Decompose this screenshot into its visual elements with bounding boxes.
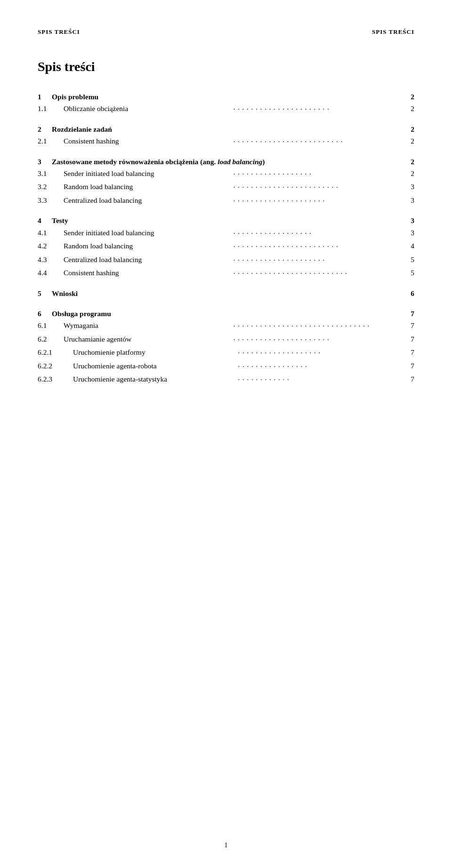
- section-6-2-page: 7: [403, 334, 414, 344]
- page-number: 1: [225, 842, 228, 849]
- toc-chapter-4: 4 Testy 3 4.1 Sender initiated load bala…: [38, 215, 414, 278]
- toc-entry-6-2-2: 6.2.2 Uruchomienie agenta-robota . . . .…: [38, 360, 414, 372]
- section-3-2-dots: . . . . . . . . . . . . . . . . . . . . …: [234, 180, 402, 191]
- section-3-1-number: 3.1: [38, 168, 64, 179]
- section-6-2-2-number: 6.2.2: [38, 360, 73, 371]
- section-6-1-number: 6.1: [38, 320, 64, 331]
- toc-entry-6-2-1: 6.2.1 Uruchomienie platformy . . . . . .…: [38, 347, 414, 358]
- section-3-3-number: 3.3: [38, 195, 64, 206]
- toc-entry-6-2: 6.2 Uruchamianie agentów . . . . . . . .…: [38, 334, 414, 345]
- section-3-1-page: 2: [403, 168, 414, 179]
- toc-entry-6-1: 6.1 Wymagania . . . . . . . . . . . . . …: [38, 320, 414, 331]
- toc-chapter-3: 3 Zastosowane metody równoważenia obciąż…: [38, 156, 414, 206]
- section-4-1-page: 3: [403, 227, 414, 238]
- section-6-2-3-dots: . . . . . . . . . . . .: [238, 373, 402, 383]
- section-2-1-dots: . . . . . . . . . . . . . . . . . . . . …: [234, 135, 402, 145]
- section-3-3-page: 3: [403, 195, 414, 206]
- chapter-3-label: Zastosowane metody równoważenia obciążen…: [52, 156, 403, 167]
- section-3-1-dots: . . . . . . . . . . . . . . . . . .: [234, 167, 402, 178]
- section-6-1-page: 7: [403, 320, 414, 331]
- section-3-3-label: Centralized load balancing: [64, 195, 232, 206]
- section-6-2-label: Uruchamianie agentów: [64, 334, 232, 344]
- section-3-2-page: 3: [403, 181, 414, 192]
- section-2-1-number: 2.1: [38, 135, 64, 146]
- toc-entry-3-2: 3.2 Random load balancing . . . . . . . …: [38, 181, 414, 192]
- page-footer: 1: [0, 842, 452, 849]
- section-3-2-number: 3.2: [38, 181, 64, 192]
- toc-entry-4-2: 4.2 Random load balancing . . . . . . . …: [38, 240, 414, 252]
- toc-entry-2-1: 2.1 Consistent hashing . . . . . . . . .…: [38, 135, 414, 147]
- section-4-4-page: 5: [403, 267, 414, 278]
- chapter-6-entry: 6 Obsługa programu 7: [38, 308, 414, 319]
- section-4-1-label: Sender initiated load balancing: [64, 227, 232, 238]
- chapter-5-entry: 5 Wnioski 6: [38, 288, 414, 299]
- section-3-2-label: Random load balancing: [64, 181, 232, 192]
- page-header: SPIS TREŚCI SPIS TREŚCI: [38, 28, 414, 36]
- chapter-3-page: 2: [403, 156, 414, 167]
- header-right: SPIS TREŚCI: [372, 28, 414, 36]
- section-6-2-2-label: Uruchomienie agenta-robota: [73, 360, 236, 371]
- section-6-2-1-page: 7: [403, 347, 414, 358]
- chapter-4-entry: 4 Testy 3: [38, 215, 414, 226]
- chapter-6-label: Obsługa programu: [52, 308, 403, 319]
- section-4-4-number: 4.4: [38, 267, 64, 278]
- section-4-1-number: 4.1: [38, 227, 64, 238]
- section-2-1-page: 2: [403, 135, 414, 146]
- section-6-2-3-label: Uruchomienie agenta-statystyka: [73, 374, 236, 384]
- chapter-2-label: Rozdzielanie zadań: [52, 124, 403, 135]
- chapter-6-page: 7: [403, 308, 414, 319]
- section-4-3-number: 4.3: [38, 254, 64, 265]
- chapter-5-label: Wnioski: [52, 288, 403, 299]
- chapter-3-entry: 3 Zastosowane metody równoważenia obciąż…: [38, 156, 414, 167]
- toc-entry-4-4: 4.4 Consistent hashing . . . . . . . . .…: [38, 267, 414, 279]
- section-6-2-1-label: Uruchomienie platformy: [73, 347, 236, 358]
- section-1-1-label: Obliczanie obciążenia: [64, 103, 232, 114]
- section-4-2-page: 4: [403, 240, 414, 251]
- toc-chapter-6: 6 Obsługa programu 7 6.1 Wymagania . . .…: [38, 308, 414, 385]
- section-6-2-dots: . . . . . . . . . . . . . . . . . . . . …: [234, 333, 402, 343]
- section-4-4-label: Consistent hashing: [64, 267, 232, 278]
- section-6-2-3-number: 6.2.3: [38, 374, 73, 384]
- section-4-2-dots: . . . . . . . . . . . . . . . . . . . . …: [234, 239, 402, 250]
- toc-chapter-2: 2 Rozdzielanie zadań 2 2.1 Consistent ha…: [38, 124, 414, 147]
- section-6-2-1-dots: . . . . . . . . . . . . . . . . . . .: [238, 346, 402, 357]
- section-6-1-dots: . . . . . . . . . . . . . . . . . . . . …: [234, 319, 402, 330]
- toc-entry-4-1: 4.1 Sender initiated load balancing . . …: [38, 227, 414, 239]
- chapter-4-number: 4: [38, 215, 52, 226]
- section-4-3-page: 5: [403, 254, 414, 265]
- section-6-2-3-page: 7: [403, 374, 414, 384]
- chapter-4-label: Testy: [52, 215, 403, 226]
- section-2-1-label: Consistent hashing: [64, 135, 232, 146]
- toc-container: 1 Opis problemu 2 1.1 Obliczanie obciąże…: [38, 91, 414, 385]
- chapter-2-number: 2: [38, 124, 52, 135]
- toc-entry-3-1: 3.1 Sender initiated load balancing . . …: [38, 168, 414, 179]
- page: SPIS TREŚCI SPIS TREŚCI Spis treści 1 Op…: [0, 0, 452, 868]
- chapter-1-page: 2: [403, 91, 414, 102]
- section-4-3-label: Centralized load balancing: [64, 254, 232, 265]
- chapter-4-page: 3: [403, 215, 414, 226]
- toc-entry-1-1: 1.1 Obliczanie obciążenia . . . . . . . …: [38, 103, 414, 114]
- section-4-1-dots: . . . . . . . . . . . . . . . . . .: [234, 226, 402, 237]
- toc-entry-3-3: 3.3 Centralized load balancing . . . . .…: [38, 195, 414, 206]
- header-left: SPIS TREŚCI: [38, 28, 80, 36]
- section-1-1-number: 1.1: [38, 103, 64, 114]
- section-4-4-dots: . . . . . . . . . . . . . . . . . . . . …: [234, 266, 402, 277]
- chapter-5-number: 5: [38, 288, 52, 299]
- section-4-2-label: Random load balancing: [64, 240, 232, 251]
- toc-chapter-1: 1 Opis problemu 2 1.1 Obliczanie obciąże…: [38, 91, 414, 114]
- section-3-1-label: Sender initiated load balancing: [64, 168, 232, 179]
- chapter-2-entry: 2 Rozdzielanie zadań 2: [38, 124, 414, 135]
- chapter-1-number: 1: [38, 91, 52, 102]
- chapter-6-number: 6: [38, 308, 52, 319]
- section-6-1-label: Wymagania: [64, 320, 232, 331]
- section-1-1-page: 2: [403, 103, 414, 114]
- chapter-2-page: 2: [403, 124, 414, 135]
- section-6-2-1-number: 6.2.1: [38, 347, 73, 358]
- section-6-2-2-dots: . . . . . . . . . . . . . . . .: [238, 359, 402, 370]
- toc-entry-4-3: 4.3 Centralized load balancing . . . . .…: [38, 254, 414, 265]
- chapter-1-entry: 1 Opis problemu 2: [38, 91, 414, 102]
- chapter-5-page: 6: [403, 288, 414, 299]
- section-4-2-number: 4.2: [38, 240, 64, 251]
- chapter-3-number: 3: [38, 156, 52, 167]
- toc-entry-6-2-3: 6.2.3 Uruchomienie agenta-statystyka . .…: [38, 374, 414, 385]
